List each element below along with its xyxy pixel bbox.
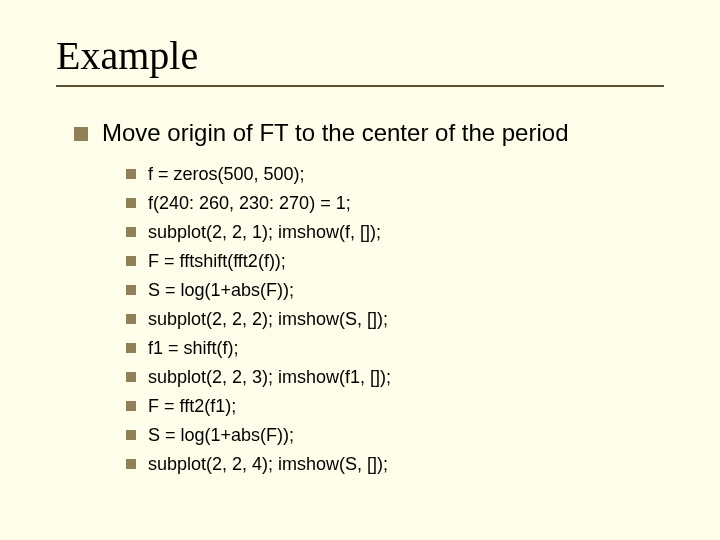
sub-bullet-text: subplot(2, 2, 1); imshow(f, []); [148, 219, 381, 246]
sub-bullet-text: f1 = shift(f); [148, 335, 239, 362]
sub-bullet-text: F = fft2(f1); [148, 393, 236, 420]
list-item: F = fftshift(fft2(f)); [126, 248, 664, 275]
slide-title: Example [56, 32, 664, 79]
sub-bullet-text: S = log(1+abs(F)); [148, 277, 294, 304]
bullet-square-icon [126, 401, 136, 411]
list-item: f(240: 260, 230: 270) = 1; [126, 190, 664, 217]
list-item: subplot(2, 2, 3); imshow(f1, []); [126, 364, 664, 391]
bullet-square-icon [126, 372, 136, 382]
list-item: F = fft2(f1); [126, 393, 664, 420]
bullet-square-icon [126, 198, 136, 208]
bullet-square-icon [126, 256, 136, 266]
sub-bullet-text: S = log(1+abs(F)); [148, 422, 294, 449]
bullet-square-icon [126, 459, 136, 469]
bullet-square-icon [126, 430, 136, 440]
bullet-square-icon [126, 285, 136, 295]
sub-bullet-text: subplot(2, 2, 3); imshow(f1, []); [148, 364, 391, 391]
sub-bullet-list: f = zeros(500, 500); f(240: 260, 230: 27… [126, 161, 664, 478]
list-item: f1 = shift(f); [126, 335, 664, 362]
list-item: subplot(2, 2, 4); imshow(S, []); [126, 451, 664, 478]
bullet-square-icon [126, 343, 136, 353]
bullet-square-icon [126, 169, 136, 179]
bullet-square-icon [126, 227, 136, 237]
sub-bullet-text: f = zeros(500, 500); [148, 161, 305, 188]
sub-bullet-text: F = fftshift(fft2(f)); [148, 248, 286, 275]
list-item: S = log(1+abs(F)); [126, 422, 664, 449]
sub-bullet-text: subplot(2, 2, 2); imshow(S, []); [148, 306, 388, 333]
list-item: f = zeros(500, 500); [126, 161, 664, 188]
sub-bullet-text: subplot(2, 2, 4); imshow(S, []); [148, 451, 388, 478]
main-bullet-text: Move origin of FT to the center of the p… [102, 119, 568, 147]
title-underline [56, 85, 664, 87]
bullet-square-icon [126, 314, 136, 324]
bullet-square-icon [74, 127, 88, 141]
list-item: subplot(2, 2, 2); imshow(S, []); [126, 306, 664, 333]
list-item: subplot(2, 2, 1); imshow(f, []); [126, 219, 664, 246]
main-bullet-row: Move origin of FT to the center of the p… [74, 119, 664, 147]
sub-bullet-text: f(240: 260, 230: 270) = 1; [148, 190, 351, 217]
list-item: S = log(1+abs(F)); [126, 277, 664, 304]
